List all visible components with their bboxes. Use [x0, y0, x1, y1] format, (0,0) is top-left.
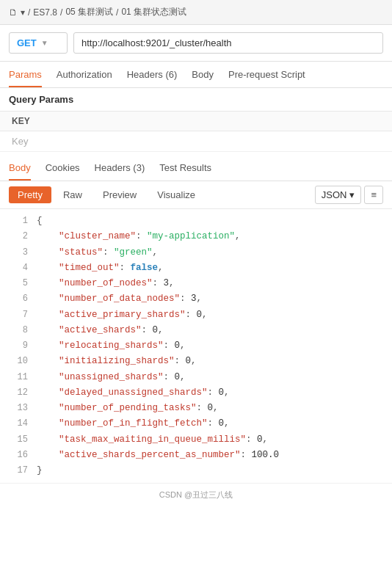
table-row: Key — [0, 131, 392, 152]
json-line: 2 "cluster_name": "my-application", — [0, 229, 392, 244]
json-body: 1{2 "cluster_name": "my-application",3 "… — [0, 209, 392, 483]
json-line-content: "active_shards_percent_as_number": 100.0 — [37, 448, 279, 463]
json-line: 9 "relocating_shards": 0, — [0, 338, 392, 354]
json-line-content: "number_of_in_flight_fetch": 0, — [37, 416, 230, 432]
json-line: 12 "delayed_unassigned_shards": 0, — [0, 385, 392, 401]
method-select[interactable]: GET ▼ — [9, 32, 68, 54]
url-input[interactable] — [73, 32, 383, 54]
json-line: 13 "number_of_pending_tasks": 0, — [0, 401, 392, 416]
json-line-content: { — [37, 214, 43, 229]
json-line: 17} — [0, 463, 392, 478]
preview-button[interactable]: Preview — [94, 186, 145, 203]
format-toolbar: Pretty Raw Preview Visualize JSON ▾ ≡ — [0, 181, 392, 209]
json-line: 4 "timed_out": false, — [0, 261, 392, 276]
footer: CSDN @丑过三八线 — [0, 483, 392, 506]
json-line-content: } — [37, 463, 43, 478]
json-line-content: "number_of_pending_tasks": 0, — [37, 401, 219, 416]
tab-test-results[interactable]: Test Results — [159, 155, 211, 181]
json-line-content: "cluster_name": "my-application", — [37, 229, 241, 244]
pretty-button[interactable]: Pretty — [9, 186, 51, 203]
breadcrumb-sep: / — [28, 7, 30, 18]
json-line-content: "initializing_shards": 0, — [37, 354, 197, 369]
tab-pre-request[interactable]: Pre-request Script — [228, 62, 305, 87]
json-line: 15 "task_max_waiting_in_queue_millis": 0… — [0, 432, 392, 448]
json-line-content: "active_primary_shards": 0, — [37, 307, 208, 323]
method-label: GET — [17, 37, 37, 48]
key-placeholder[interactable]: Key — [0, 131, 392, 152]
json-line: 16 "active_shards_percent_as_number": 10… — [0, 448, 392, 463]
breadcrumb-item-3[interactable]: 01 集群状态测试 — [121, 6, 186, 18]
chevron-down-icon: ▾ — [349, 189, 355, 200]
tab-headers-response[interactable]: Headers (3) — [95, 155, 145, 181]
tab-body-response[interactable]: Body — [9, 155, 31, 181]
json-line: 3 "status": "green", — [0, 245, 392, 261]
json-line: 6 "number_of_data_nodes": 3, — [0, 291, 392, 307]
col-key: KEY — [0, 112, 392, 131]
json-line: 8 "active_shards": 0, — [0, 323, 392, 338]
json-line-content: "unassigned_shards": 0, — [37, 370, 186, 385]
json-line: 1{ — [0, 214, 392, 229]
raw-button[interactable]: Raw — [54, 186, 91, 203]
request-line: GET ▼ — [0, 25, 392, 62]
json-line-content: "status": "green", — [37, 245, 158, 261]
breadcrumb-arrow: ▾ — [21, 7, 25, 18]
json-line-content: "active_shards": 0, — [37, 323, 164, 338]
tab-body[interactable]: Body — [192, 62, 214, 87]
params-table: KEY Key — [0, 111, 392, 152]
json-line-content: "relocating_shards": 0, — [37, 338, 186, 354]
json-line: 11 "unassigned_shards": 0, — [0, 370, 392, 385]
tab-headers[interactable]: Headers (6) — [127, 62, 178, 87]
json-line-content: "number_of_nodes": 3, — [37, 276, 175, 291]
tab-params[interactable]: Params — [9, 62, 42, 87]
json-line-content: "task_max_waiting_in_queue_millis": 0, — [37, 432, 268, 448]
breadcrumb: 🗋 ▾ / ES7.8 / 05 集群测试 / 01 集群状态测试 — [0, 0, 392, 25]
json-line-content: "timed_out": false, — [37, 261, 164, 276]
breadcrumb-sep2: / — [60, 7, 62, 18]
breadcrumb-item-2[interactable]: 05 集群测试 — [65, 6, 113, 18]
response-tabs: Body Cookies Headers (3) Test Results — [0, 155, 392, 181]
file-icon: 🗋 — [9, 7, 18, 18]
breadcrumb-sep3: / — [116, 7, 118, 18]
json-line-content: "number_of_data_nodes": 3, — [37, 291, 202, 307]
json-line: 10 "initializing_shards": 0, — [0, 354, 392, 369]
format-label: JSON — [322, 189, 347, 200]
json-line: 5 "number_of_nodes": 3, — [0, 276, 392, 291]
query-params-header: Query Params — [0, 88, 392, 111]
tab-cookies[interactable]: Cookies — [46, 155, 80, 181]
visualize-button[interactable]: Visualize — [148, 186, 204, 203]
breadcrumb-item-1[interactable]: ES7.8 — [33, 7, 57, 18]
main-tabs: Params Authorization Headers (6) Body Pr… — [0, 62, 392, 88]
json-line: 7 "active_primary_shards": 0, — [0, 307, 392, 323]
json-line-content: "delayed_unassigned_shards": 0, — [37, 385, 230, 401]
chevron-down-icon: ▼ — [41, 39, 48, 47]
json-line: 14 "number_of_in_flight_fetch": 0, — [0, 416, 392, 432]
tab-authorization[interactable]: Authorization — [57, 62, 112, 87]
format-selector[interactable]: JSON ▾ — [315, 186, 362, 204]
wrap-button[interactable]: ≡ — [364, 186, 383, 204]
